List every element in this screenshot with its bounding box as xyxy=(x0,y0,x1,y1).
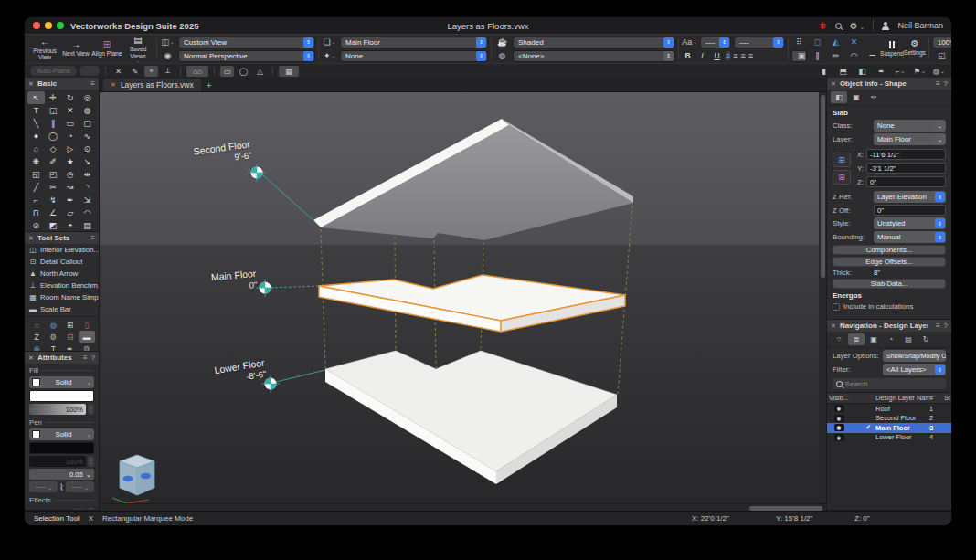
line-weight-select[interactable]: 0.05⌄ xyxy=(29,469,94,480)
tool-set-item[interactable]: ⊡Detail Callout xyxy=(25,256,99,268)
new-tab-button[interactable]: + xyxy=(201,80,217,90)
oval-marquee-icon[interactable]: ◯ xyxy=(237,66,250,77)
column-number[interactable]: # xyxy=(929,394,944,402)
smartcursor-grid-icon[interactable]: ⠿ xyxy=(791,37,807,48)
next-view-button[interactable]: → Next View xyxy=(60,36,91,62)
tool-set-item[interactable]: ▲North Arrow xyxy=(25,268,99,280)
minimize-window-button[interactable] xyxy=(45,22,52,29)
tool-button[interactable]: ◔ xyxy=(62,130,80,143)
tool-set-button[interactable]: Z xyxy=(28,331,45,343)
polar-coords-button[interactable]: ⊞ xyxy=(833,170,851,185)
polygon-marquee-icon[interactable]: △ xyxy=(253,66,267,77)
visibility-eye-icon[interactable]: ◉ xyxy=(834,434,844,441)
tool-button[interactable]: ✕ xyxy=(62,104,80,117)
previous-view-button[interactable]: ← Previous View xyxy=(29,36,60,62)
tool-set-item[interactable]: ▬Scale Bar xyxy=(25,303,99,315)
tool-button[interactable]: ◎ xyxy=(79,91,96,104)
document-tab[interactable]: ✕ Layers as Floors.vwx xyxy=(103,79,201,91)
tool-button[interactable]: ▱ xyxy=(62,206,80,219)
visibility-eye-icon[interactable]: ◉ xyxy=(834,424,844,431)
render-background-select[interactable]: <None> ⇕ xyxy=(513,50,675,62)
tool-button[interactable]: ❋ xyxy=(27,155,45,168)
tool-button[interactable]: ◯ xyxy=(45,130,62,143)
rectangular-marquee-icon[interactable]: ▭ xyxy=(220,66,234,77)
interactive-scaling-symbol-icon[interactable]: ⟂ xyxy=(161,66,175,77)
italic-button[interactable]: I xyxy=(696,51,708,60)
align-left-button[interactable]: ≡ xyxy=(726,51,730,60)
tool-button[interactable]: ◠ xyxy=(79,206,96,219)
tool-button[interactable]: ⊓ xyxy=(27,206,45,219)
tool-set-button[interactable]: ▯ xyxy=(79,319,95,331)
tool-button[interactable]: ● xyxy=(27,130,45,143)
fill-color-swatch[interactable] xyxy=(29,390,94,402)
tool-set-item[interactable]: ◫Interior Elevation... xyxy=(25,244,99,256)
align-plane-button[interactable]: ⊞ Align Plane xyxy=(91,36,122,62)
palette-menu-icon[interactable]: ≡ xyxy=(936,322,940,330)
snap-to-intersection-icon[interactable]: ✕ xyxy=(846,37,862,48)
z-off-input[interactable]: 0" xyxy=(874,205,946,216)
tool-button[interactable]: ↝ xyxy=(62,181,80,194)
tool-button[interactable]: ◍ xyxy=(79,104,96,117)
active-layer-select[interactable]: Main Floor ⇕ xyxy=(340,37,488,48)
z-ref-select[interactable]: Layer Elevation ⇕ xyxy=(874,191,946,203)
horizontal-scroll-thumb[interactable] xyxy=(749,506,822,511)
tab-sheet-layers[interactable]: ▣ xyxy=(865,333,882,345)
tab-render[interactable]: ✑ xyxy=(865,91,882,103)
tool-button[interactable]: ⇹ xyxy=(79,168,96,181)
extract-solid-icon[interactable]: ⬒ xyxy=(836,66,850,77)
tool-button[interactable]: ◰ xyxy=(45,168,62,181)
x-input[interactable]: -11'6 1/2" xyxy=(866,149,946,160)
marker-style-select[interactable]: ——⌄ xyxy=(66,481,94,492)
close-palette-icon[interactable]: ✕ xyxy=(28,235,34,242)
auto-plane-button[interactable]: Auto-Plane xyxy=(30,66,77,76)
interactive-scaling-handles-icon[interactable]: ✎ xyxy=(128,66,142,77)
edit-subdivision-icon[interactable]: ✒ xyxy=(875,66,888,77)
render-mode-select[interactable]: Shaded ⇕ xyxy=(513,37,675,48)
tool-button[interactable]: ◝ xyxy=(79,181,96,194)
snap-to-point-icon[interactable]: ✏ xyxy=(828,50,843,62)
fill-opacity-menu-icon[interactable]: ⋮ xyxy=(88,404,94,415)
snap-to-object-icon[interactable]: ◻ xyxy=(810,37,825,48)
cartesian-coords-button[interactable]: ⊞ xyxy=(833,153,851,167)
tool-set-button[interactable]: T xyxy=(45,343,61,352)
tool-button[interactable]: T xyxy=(27,104,45,117)
settings-menu[interactable]: ⚙ ⌄ xyxy=(850,21,865,31)
tool-button[interactable]: ↯ xyxy=(45,194,62,206)
tool-button[interactable]: ↖ xyxy=(27,91,45,104)
snap-to-arc-icon[interactable]: ◠ xyxy=(846,50,862,62)
interactive-scaling-marquee-icon[interactable]: ⌖ xyxy=(144,66,158,77)
render-background-icon[interactable]: ◍ xyxy=(494,50,510,62)
layer-row[interactable]: ◉ Second Floor 2 xyxy=(827,414,951,424)
slab-data-button[interactable]: Slab Data... xyxy=(833,279,946,289)
tool-set-button[interactable]: ⊕ xyxy=(28,343,45,352)
tool-button[interactable]: ▤ xyxy=(79,219,96,232)
close-window-button[interactable] xyxy=(33,22,40,29)
components-button[interactable]: Components... xyxy=(833,245,946,255)
tool-button[interactable]: ∥ xyxy=(45,117,62,130)
palette-menu-icon[interactable]: ≡ xyxy=(936,79,940,88)
column-layer-name[interactable]: Design Layer Name xyxy=(871,394,929,402)
tool-button[interactable]: ◷ xyxy=(62,168,80,181)
drawing-canvas[interactable]: Second Floor 9'-6" Main Floor 0" Lower F… xyxy=(100,92,819,503)
render-options-icon[interactable]: ◍⌄ xyxy=(932,66,946,77)
visibility-eye-icon[interactable]: ◉ xyxy=(834,405,844,412)
tool-set-button[interactable]: ⚙ xyxy=(79,343,95,352)
include-calculations-checkbox[interactable] xyxy=(833,303,840,311)
tool-button[interactable]: ⊘ xyxy=(27,219,45,232)
tool-set-item[interactable]: ▦Room Name Simple xyxy=(25,291,99,303)
column-status[interactable]: St xyxy=(944,394,951,402)
text-style-button[interactable]: Aa⌄ xyxy=(682,37,697,48)
tool-set-button[interactable]: ⌂ xyxy=(28,319,45,331)
tool-button[interactable]: ◱ xyxy=(27,168,45,181)
tool-button[interactable]: ∠ xyxy=(45,206,62,219)
align-center-button[interactable]: ≡ xyxy=(733,51,737,60)
search-icon[interactable] xyxy=(835,23,842,29)
plane-mode-button[interactable] xyxy=(80,66,100,76)
layer-search-input[interactable] xyxy=(845,380,942,388)
layer-search-box[interactable] xyxy=(833,378,946,389)
font-size-select[interactable]: ---- ⇕ xyxy=(734,37,785,48)
pen-color-swatch[interactable] xyxy=(29,442,94,454)
planar-face-icon[interactable]: ▮ xyxy=(817,66,831,77)
projection-icon[interactable]: ◉ xyxy=(160,50,175,62)
tab-references[interactable]: ↻ xyxy=(918,333,934,345)
